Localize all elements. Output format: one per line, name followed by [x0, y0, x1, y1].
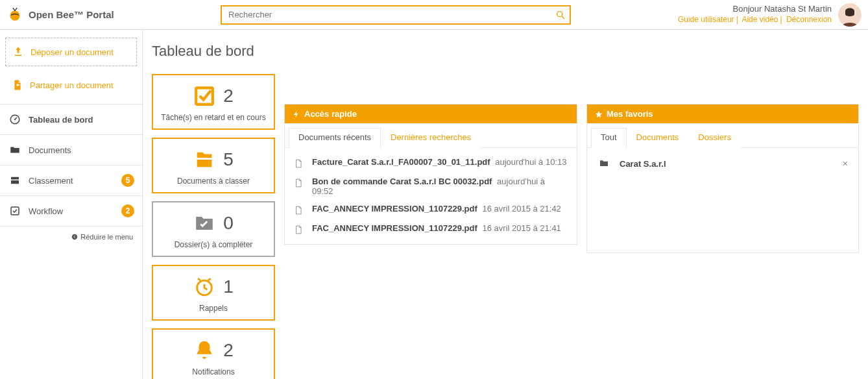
link-video[interactable]: Aide vidéo	[741, 15, 778, 24]
tile-label: Notifications	[157, 367, 270, 376]
doc-name: Facture_Carat S.a.r.l_FA00007_30_01_11.p…	[312, 157, 490, 167]
doc-name: FAC_ANNECY IMPRESSION_1107229.pdf	[312, 223, 477, 233]
favorite-name: Carat S.a.r.l	[620, 159, 666, 169]
sidebar-item-label: Documents	[29, 145, 71, 155]
share-icon	[12, 79, 23, 91]
tile-tasks[interactable]: 2 Tâche(s) en retard et en cours	[152, 74, 275, 130]
tab-fav-folders[interactable]: Dossiers	[688, 128, 741, 148]
tile-number: 2	[223, 340, 234, 361]
quick-tabs: Documents récents Dernières recherches	[285, 123, 577, 148]
user-links: Guide utilisateur| Aide vidéo| Déconnexi…	[678, 15, 832, 25]
tab-recent-searches[interactable]: Dernières recherches	[381, 128, 481, 148]
share-label: Partager un document	[30, 80, 114, 90]
user-greeting: Bonjour Natasha St Martin	[678, 4, 832, 15]
favorites-header: Mes favoris	[587, 104, 858, 123]
main: Tableau de bord 2 Tâche(s) en retard et …	[143, 30, 868, 379]
upload-label: Déposer un document	[30, 47, 114, 57]
favorites-tabs: Tout Documents Dossiers	[587, 123, 858, 148]
bell-icon	[193, 339, 215, 361]
collapse-label: Réduire le menu	[80, 233, 133, 241]
recent-doc-row[interactable]: Facture_Carat S.a.r.l_FA00007_30_01_11.p…	[291, 153, 570, 173]
link-logout[interactable]: Déconnexion	[786, 15, 832, 24]
quick-access-panel: Accès rapide Documents récents Dernières…	[284, 104, 577, 245]
doc-date: 16 avril 2015 à 21:42	[482, 204, 561, 214]
pdf-icon	[294, 223, 304, 235]
panel-title: Mes favoris	[607, 109, 653, 119]
tile-label: Documents à classer	[157, 177, 270, 186]
svg-point-10	[72, 234, 77, 239]
sidebar-item-label: Workflow	[29, 206, 63, 216]
tiles-column: 2 Tâche(s) en retard et en cours 5 Docum…	[152, 74, 275, 379]
search-wrap	[221, 5, 571, 25]
share-document-button[interactable]: Partager un document	[5, 71, 137, 99]
page-title: Tableau de bord	[152, 43, 859, 60]
badge: 2	[121, 204, 134, 217]
sidebar-item-label: Tableau de bord	[29, 115, 93, 125]
collapse-menu-button[interactable]: Réduire le menu	[0, 226, 142, 247]
recent-doc-row[interactable]: FAC_ANNECY IMPRESSION_1107229.pdf 16 avr…	[291, 219, 570, 239]
sidebar-item-workflow[interactable]: Workflow 2	[0, 196, 142, 226]
svg-point-6	[14, 119, 16, 120]
logo[interactable]: Open Bee™ Portal	[6, 6, 149, 23]
sidebar-item-documents[interactable]: Documents	[0, 135, 142, 165]
tile-number: 0	[223, 213, 234, 234]
remove-favorite-icon[interactable]: ×	[843, 158, 848, 169]
folder-check-icon	[193, 212, 215, 234]
search-input[interactable]	[221, 5, 571, 25]
workflow-icon	[9, 205, 21, 217]
tile-label: Dossier(s) à compléter	[157, 240, 270, 249]
quick-access-header: Accès rapide	[285, 104, 577, 123]
header: Open Bee™ Portal Bonjour Natasha St Mart…	[0, 0, 868, 30]
upload-document-button[interactable]: Déposer un document	[5, 38, 137, 66]
tile-number: 5	[223, 149, 234, 170]
sidebar: Déposer un document Partager un document…	[0, 30, 143, 379]
svg-point-1	[557, 11, 562, 16]
dashboard-icon	[9, 114, 21, 125]
badge: 5	[121, 174, 134, 187]
tile-docs-to-file[interactable]: 5 Documents à classer	[152, 138, 275, 193]
pdf-icon	[294, 157, 304, 169]
pdf-icon	[294, 204, 304, 215]
files-icon	[193, 149, 215, 171]
tile-number: 2	[223, 86, 234, 106]
tab-recent-docs[interactable]: Documents récents	[289, 128, 381, 148]
pdf-icon	[294, 177, 304, 188]
sidebar-item-dashboard[interactable]: Tableau de bord	[0, 104, 142, 135]
sidebar-item-classement[interactable]: Classement 5	[0, 165, 142, 196]
tab-fav-docs[interactable]: Documents	[627, 128, 689, 148]
recent-doc-row[interactable]: Bon de commande Carat S.a.r.l BC 00032.p…	[291, 173, 570, 200]
user-avatar[interactable]	[838, 3, 862, 27]
bolt-icon	[293, 110, 300, 118]
tile-label: Tâche(s) en retard et en cours	[157, 113, 270, 122]
user-area: Bonjour Natasha St Martin Guide utilisat…	[678, 3, 862, 27]
panel-title: Accès rapide	[304, 109, 357, 119]
app-title: Open Bee™ Portal	[29, 9, 114, 20]
favorite-row[interactable]: Carat S.a.r.l ×	[594, 153, 852, 174]
tile-label: Rappels	[157, 304, 270, 313]
tile-reminders[interactable]: 1 Rappels	[152, 265, 275, 321]
tile-notifications[interactable]: 2 Notifications	[152, 328, 275, 379]
folder-icon	[9, 144, 21, 156]
tab-fav-all[interactable]: Tout	[591, 128, 627, 148]
svg-rect-9	[11, 207, 19, 215]
bee-logo-icon	[6, 6, 23, 23]
star-icon	[595, 110, 603, 118]
tile-folders-to-complete[interactable]: 0 Dossier(s) à compléter	[152, 201, 275, 257]
sidebar-item-label: Classement	[29, 176, 73, 186]
doc-name: Bon de commande Carat S.a.r.l BC 00032.p…	[312, 177, 492, 186]
svg-rect-7	[11, 177, 19, 180]
link-guide[interactable]: Guide utilisateur	[678, 15, 734, 24]
doc-date: 16 avril 2015 à 21:41	[482, 223, 561, 233]
folder-icon	[597, 158, 610, 169]
svg-rect-8	[11, 180, 19, 184]
check-icon	[193, 85, 215, 107]
tile-number: 1	[223, 276, 234, 297]
doc-date: aujourd'hui à 10:13	[495, 157, 566, 167]
chevron-left-icon	[71, 234, 78, 240]
doc-name: FAC_ANNECY IMPRESSION_1107229.pdf	[312, 204, 477, 214]
favorites-panel: Mes favoris Tout Documents Dossiers Cara…	[586, 104, 859, 253]
upload-icon	[12, 46, 24, 58]
search-icon[interactable]	[555, 10, 566, 20]
recent-doc-row[interactable]: FAC_ANNECY IMPRESSION_1107229.pdf 16 avr…	[291, 200, 570, 219]
svg-line-2	[562, 16, 564, 19]
